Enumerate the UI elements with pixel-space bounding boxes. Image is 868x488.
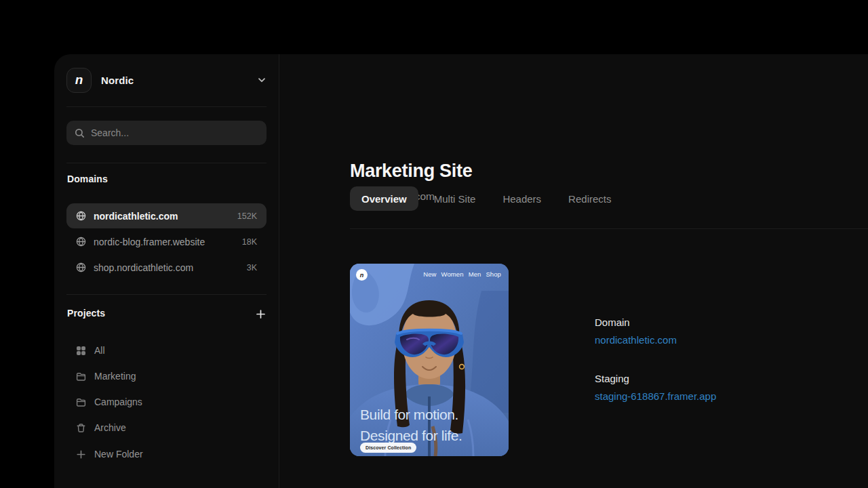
site-preview-card[interactable]: n New Women Men Shop Build for motion. D… <box>350 264 509 456</box>
divider <box>350 228 868 229</box>
hero-nav-link[interactable]: Shop <box>486 270 501 278</box>
projects-heading: Projects <box>67 308 105 319</box>
plus-icon <box>76 449 86 460</box>
globe-icon <box>76 211 86 221</box>
workspace-switcher[interactable]: n Nordic <box>66 65 267 95</box>
domain-name: shop.nordicathletic.com <box>94 262 193 273</box>
sidebar-item-domain-shop[interactable]: shop.nordicathletic.com 3K <box>66 255 267 280</box>
domain-name: nordicathletic.com <box>94 211 178 222</box>
domain-detail-link[interactable]: nordicathletic.com <box>595 333 677 346</box>
workspace-name: Nordic <box>101 75 134 86</box>
search-placeholder: Search... <box>91 127 129 138</box>
staging-detail-label: Staging <box>595 372 716 385</box>
globe-icon <box>76 237 86 247</box>
domain-detail-label: Domain <box>595 316 677 329</box>
hero-headline-line1: Build for motion. <box>360 404 462 425</box>
search-input[interactable]: Search... <box>66 121 267 145</box>
grid-icon <box>76 346 86 356</box>
sidebar-item-domain-nordicathletic[interactable]: nordicathletic.com 152K <box>66 203 267 228</box>
workspace-logo: n <box>66 68 92 93</box>
tab-bar: Overview Multi Site Headers Redirects <box>350 186 623 211</box>
tab-multi-site[interactable]: Multi Site <box>422 186 488 211</box>
sidebar-item-marketing[interactable]: Marketing <box>66 365 267 387</box>
add-project-button[interactable] <box>253 306 268 321</box>
folder-icon <box>76 371 86 382</box>
project-label: Campaigns <box>94 396 142 407</box>
domain-name: nordic-blog.framer.website <box>94 237 205 247</box>
globe-icon <box>76 262 86 272</box>
hero-cta-button[interactable]: Discover Collection <box>360 443 416 453</box>
hero-headline: Build for motion. Designed for life. <box>360 404 462 446</box>
staging-detail: Staging staging-618867.framer.app <box>595 372 716 403</box>
sidebar-item-new-folder[interactable]: New Folder <box>66 443 267 465</box>
divider <box>66 163 267 163</box>
sidebar-item-all[interactable]: All <box>66 340 267 361</box>
project-label: Archive <box>94 422 126 433</box>
domains-heading: Domains <box>67 174 108 184</box>
domain-detail: Domain nordicathletic.com <box>595 316 677 346</box>
hero-nav-link[interactable]: New <box>423 270 436 278</box>
folder-icon <box>76 397 86 407</box>
tab-redirects[interactable]: Redirects <box>557 186 623 211</box>
hero-nav-link[interactable]: Men <box>469 270 481 278</box>
hero-site-logo: n <box>356 269 368 281</box>
divider <box>66 106 267 107</box>
domain-count: 3K <box>247 263 257 272</box>
sidebar-item-campaigns[interactable]: Campaigns <box>66 391 267 413</box>
hero-nav-link[interactable]: Women <box>441 270 464 278</box>
search-icon <box>75 128 85 138</box>
sidebar-item-archive[interactable]: Archive <box>66 417 267 439</box>
domain-count: 18K <box>242 237 257 247</box>
project-label: Marketing <box>94 371 136 382</box>
tab-headers[interactable]: Headers <box>491 186 553 211</box>
domain-count: 152K <box>237 211 257 221</box>
sidebar-item-domain-nordic-blog[interactable]: nordic-blog.framer.website 18K <box>66 229 267 254</box>
main-content: Marketing Site nordicathletic.com Overvi… <box>280 54 868 488</box>
sidebar: n Nordic Search... Domains nordicathleti… <box>54 54 279 488</box>
app-window: n Nordic Search... Domains nordicathleti… <box>54 54 868 488</box>
plus-icon <box>256 309 266 319</box>
divider <box>66 294 267 295</box>
tab-overview[interactable]: Overview <box>350 186 418 211</box>
chevron-down-icon[interactable] <box>257 75 267 85</box>
project-label: New Folder <box>94 449 143 460</box>
hero-site-nav: New Women Men Shop <box>423 270 501 278</box>
staging-detail-link[interactable]: staging-618867.framer.app <box>595 390 716 403</box>
trash-icon <box>76 423 86 433</box>
project-label: All <box>94 345 105 356</box>
page-title: Marketing Site <box>350 161 472 182</box>
